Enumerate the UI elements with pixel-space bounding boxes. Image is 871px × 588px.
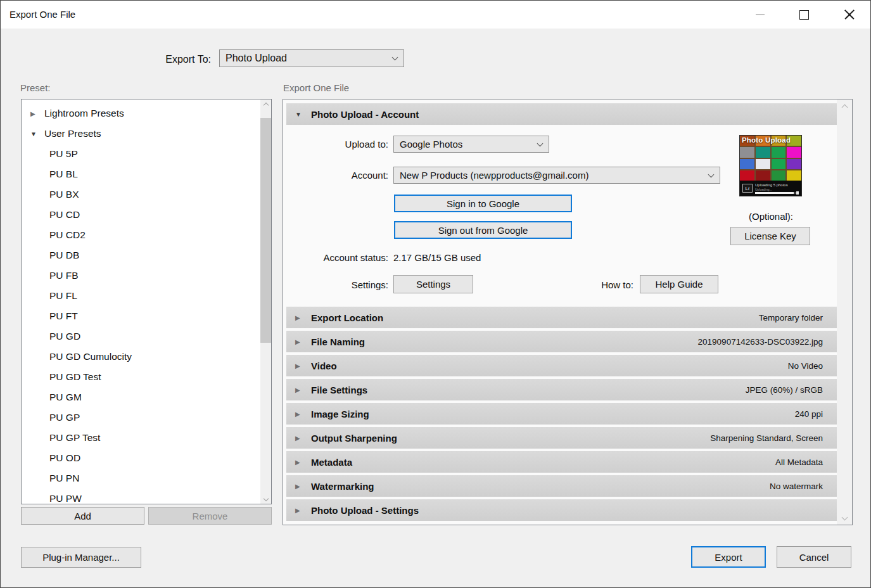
upload-to-dropdown[interactable]: Google Photos	[393, 136, 549, 153]
preset-item[interactable]: PU 5P	[22, 144, 260, 164]
section-value: 240 ppi	[795, 409, 837, 419]
pigment-cell	[772, 159, 786, 169]
preset-item-label: PU OD	[49, 452, 80, 464]
triangle-collapsed-icon: ▶	[295, 483, 311, 490]
preset-item-label: PU GD Cumulocity	[49, 351, 132, 362]
help-guide-button[interactable]: Help Guide	[640, 275, 718, 293]
preset-scrollbar[interactable]	[260, 99, 271, 504]
section-row[interactable]: ▶Image Sizing240 ppi	[286, 403, 837, 425]
preset-item[interactable]: PU CD2	[22, 225, 260, 245]
pigment-cell	[756, 170, 770, 181]
section-title: Video	[311, 361, 337, 371]
pigment-cell	[787, 159, 801, 169]
section-row[interactable]: ▶VideoNo Video	[286, 355, 837, 376]
plugin-manager-button[interactable]: Plug-in Manager...	[21, 547, 141, 568]
preset-item-label: PU DB	[49, 250, 79, 261]
chevron-down-icon	[392, 54, 398, 61]
triangle-collapsed-icon: ▶	[295, 459, 311, 466]
panel-scrollbar[interactable]	[837, 99, 852, 525]
scroll-up-icon[interactable]	[260, 99, 271, 110]
preset-item-label: PU GP Test	[49, 432, 100, 444]
preset-item[interactable]: PU PN	[22, 468, 260, 489]
pigment-cell	[787, 170, 801, 181]
preset-item[interactable]: ▶Lightroom Presets	[22, 103, 260, 124]
chevron-down-icon	[708, 171, 715, 177]
pigment-cell	[740, 170, 754, 181]
section-value: Sharpening Standard, Screen	[710, 433, 837, 443]
preset-item[interactable]: PU GD	[22, 326, 260, 347]
preset-item-label: PU FT	[49, 310, 78, 322]
section-header-photo-upload-account[interactable]: ▼ Photo Upload - Account	[286, 103, 837, 125]
section-title: File Naming	[311, 336, 365, 347]
section-row[interactable]: ▶File Naming20190907142633-DSC03922.jpg	[286, 331, 837, 352]
thumbnail-status-line1: Uploading 5 photos	[755, 183, 799, 188]
section-value: Temporary folder	[759, 313, 837, 323]
section-row[interactable]: ▶Photo Upload - Settings	[286, 499, 837, 521]
section-row[interactable]: ▶Export LocationTemporary folder	[286, 307, 837, 328]
preset-item[interactable]: PU GD Test	[22, 367, 260, 387]
minimize-button[interactable]	[746, 1, 775, 29]
pigment-cell	[756, 159, 770, 169]
preset-item[interactable]: PU PW	[22, 489, 260, 504]
pigment-cell	[740, 159, 754, 169]
scroll-thumb[interactable]	[260, 118, 271, 343]
preset-item[interactable]: PU OD	[22, 448, 260, 468]
section-title: Image Sizing	[311, 409, 369, 419]
triangle-collapsed-icon: ▶	[295, 387, 311, 393]
triangle-expanded-icon[interactable]: ▼	[30, 131, 44, 137]
triangle-collapsed-icon[interactable]: ▶	[30, 110, 44, 117]
titlebar: Export One File	[1, 1, 870, 29]
scroll-up-icon[interactable]	[837, 101, 852, 113]
preset-item[interactable]: PU CD	[22, 205, 260, 225]
preset-item-label: PU BX	[49, 189, 79, 200]
account-dropdown[interactable]: New P Products (newpproducts@gmail.com)	[393, 167, 720, 184]
export-to-value: Photo Upload	[226, 53, 287, 64]
export-to-dropdown[interactable]: Photo Upload	[219, 49, 404, 67]
maximize-button[interactable]	[789, 1, 818, 29]
section-title: Photo Upload - Settings	[311, 505, 419, 516]
preset-item[interactable]: PU FL	[22, 286, 260, 306]
add-button[interactable]: Add	[21, 507, 144, 525]
section-row[interactable]: ▶MetadataAll Metadata	[286, 451, 837, 473]
how-to-label: How to:	[528, 279, 633, 290]
preset-item[interactable]: PU BX	[22, 184, 260, 205]
section-title: File Settings	[311, 385, 367, 395]
preset-item-label: PU PN	[49, 473, 79, 484]
section-row[interactable]: ▶Output SharpeningSharpening Standard, S…	[286, 427, 837, 449]
preset-item[interactable]: PU GM	[22, 387, 260, 407]
preset-item[interactable]: PU FT	[22, 306, 260, 326]
settings-label: Settings:	[283, 279, 388, 290]
close-button[interactable]	[835, 1, 864, 29]
account-status-label: Account status:	[283, 252, 388, 263]
section-value: All Metadata	[775, 457, 837, 467]
preset-item[interactable]: PU GD Cumulocity	[22, 347, 260, 367]
cancel-button[interactable]: Cancel	[777, 546, 851, 568]
section-value: No watermark	[770, 482, 837, 491]
preset-item[interactable]: PU DB	[22, 245, 260, 265]
sign-in-button[interactable]: Sign in to Google	[394, 195, 572, 212]
section-row[interactable]: ▶File SettingsJPEG (60%) / sRGB	[286, 379, 837, 400]
preset-item[interactable]: PU GP	[22, 407, 260, 428]
preset-item[interactable]: PU GP Test	[22, 428, 260, 448]
scroll-down-icon[interactable]	[837, 511, 852, 523]
preset-item[interactable]: PU FB	[22, 265, 260, 286]
chevron-down-icon	[537, 140, 544, 146]
pigment-cell	[756, 147, 770, 157]
section-value: No Video	[788, 361, 837, 371]
section-title: Photo Upload - Account	[311, 109, 419, 120]
preset-item[interactable]: PU BL	[22, 164, 260, 184]
section-row[interactable]: ▶WatermarkingNo watermark	[286, 475, 837, 497]
triangle-collapsed-icon: ▶	[295, 411, 311, 418]
section-title: Export Location	[311, 312, 383, 323]
preset-item-label: Lightroom Presets	[44, 108, 124, 119]
preset-item[interactable]: ▼User Presets	[22, 124, 260, 144]
settings-button[interactable]: Settings	[393, 275, 473, 293]
triangle-collapsed-icon: ▶	[295, 362, 311, 369]
thumbnail-status-bar: Lr Uploading 5 photos Uploading...	[740, 181, 801, 196]
license-key-button[interactable]: License Key	[730, 227, 810, 245]
export-button[interactable]: Export	[691, 546, 766, 568]
scroll-down-icon[interactable]	[260, 493, 271, 504]
minimize-icon	[756, 14, 765, 15]
sign-out-button[interactable]: Sign out from Google	[394, 221, 572, 239]
section-title: Metadata	[311, 457, 352, 468]
